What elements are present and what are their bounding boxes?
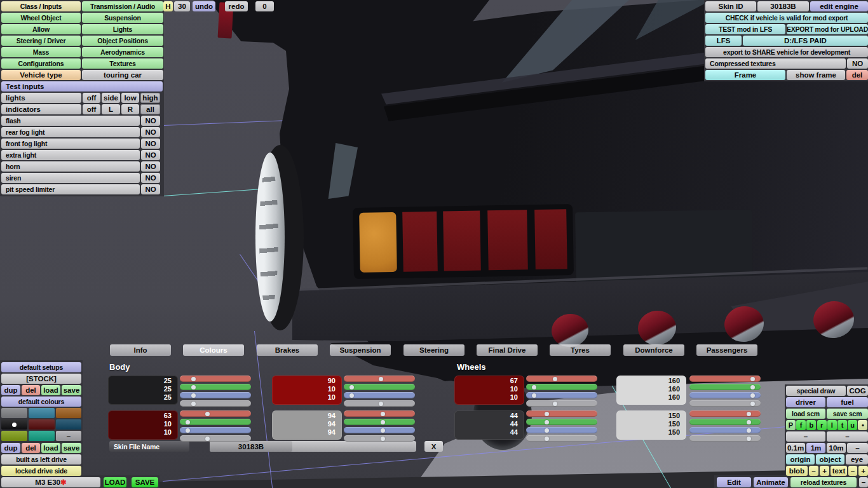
edit-engine-button[interactable]: edit engine (810, 1, 868, 11)
blob-plus-button[interactable]: + (820, 466, 829, 476)
slider-handle[interactable] (553, 377, 557, 381)
view-mode-eye[interactable]: eye (846, 454, 868, 464)
body-colour-0-slider-blue[interactable] (180, 392, 251, 398)
slider-handle[interactable] (747, 428, 751, 433)
body-colour-3-slider-bright[interactable] (344, 435, 415, 442)
grid-scale-1m[interactable]: 1m (806, 443, 825, 453)
setups-dup-button[interactable]: dup (1, 385, 20, 395)
body-colour-1-slider-blue[interactable] (180, 427, 251, 433)
tab-info[interactable]: Info (110, 344, 171, 356)
save-scm-button[interactable]: save scm (827, 409, 868, 419)
layer-P-button[interactable]: P (786, 420, 796, 430)
colours-dup-button[interactable]: dup (1, 443, 20, 453)
redo-button[interactable]: redo (225, 1, 248, 11)
wheels-colour-0-slider-green[interactable] (526, 384, 597, 390)
palette-colour-2-0[interactable] (1, 431, 27, 441)
vehicle-type-label[interactable]: Vehicle type (1, 70, 81, 80)
slider-handle[interactable] (747, 437, 751, 441)
special-draw-button[interactable]: special draw (786, 386, 846, 396)
wheels-colour-1-slider-green[interactable] (526, 419, 597, 425)
wheels-colour-0-slider-bright[interactable] (526, 400, 597, 407)
share-vehicle-button[interactable]: export to SHARE vehicle for development (705, 47, 868, 57)
tab-downforce[interactable]: Downforce (623, 344, 684, 356)
wheels-colour-3-slider-red[interactable] (689, 410, 761, 417)
palette-colour-0-0[interactable] (1, 408, 27, 418)
layer-u-button[interactable]: u (848, 420, 857, 430)
body-colour-1-slider-bright[interactable] (180, 435, 251, 442)
wheels-colour-3-slider-green[interactable] (689, 419, 761, 425)
body-colour-2-slider-red[interactable] (344, 376, 415, 382)
layer-b-button[interactable]: b (806, 420, 816, 430)
default-setups-button[interactable]: default setups (1, 362, 81, 372)
menu-item-mass[interactable]: Mass (1, 47, 81, 57)
fuel-button[interactable]: fuel (827, 397, 868, 407)
vehicle-type-value[interactable]: touring car (82, 70, 163, 80)
extra-light-toggle[interactable]: NO (141, 150, 160, 160)
tools-minus-button-0[interactable]: – (786, 431, 825, 442)
layer-f-button[interactable]: f (796, 420, 806, 430)
slider-handle[interactable] (205, 412, 210, 416)
frame-button[interactable]: Frame (705, 70, 785, 80)
body-colour-3-slider-green[interactable] (344, 419, 415, 425)
wheels-colour-0-slider-blue[interactable] (526, 392, 597, 398)
grid-scale-10m[interactable]: 10m (827, 443, 846, 453)
slider-handle[interactable] (545, 437, 549, 441)
slider-handle[interactable] (191, 402, 196, 406)
layer-dot-button[interactable]: • (858, 420, 867, 430)
wheels-colour-2-slider-green[interactable] (689, 384, 761, 390)
front-fog-light-toggle[interactable]: NO (141, 139, 160, 149)
built-as-left-drive-button[interactable]: built as left drive (1, 454, 81, 464)
test-mod-button[interactable]: TEST mod in LFS (705, 24, 785, 34)
skin-id-label[interactable]: Skin ID (705, 1, 756, 11)
driver-button[interactable]: driver (786, 397, 825, 407)
slider-handle[interactable] (750, 377, 755, 381)
indicators-option-off[interactable]: off (83, 104, 100, 114)
indicators-option-l[interactable]: L (102, 104, 120, 114)
slider-handle[interactable] (553, 402, 557, 406)
grid-scale-–[interactable]: – (847, 443, 868, 453)
blob-minus-button[interactable]: – (809, 466, 818, 476)
rear-fog-light-toggle[interactable]: NO (141, 127, 160, 137)
blob-button[interactable]: blob (786, 466, 808, 476)
tab-final-drive[interactable]: Final Drive (477, 344, 538, 356)
slider-handle[interactable] (186, 428, 190, 433)
palette-colour-1-2[interactable] (56, 419, 81, 430)
show-frame-button[interactable]: show frame (787, 70, 845, 80)
default-colours-button[interactable]: default colours (1, 396, 81, 407)
cog-button[interactable]: COG (847, 386, 868, 396)
tools-minus-button-1[interactable]: – (827, 431, 868, 442)
text-plus-button[interactable]: + (858, 466, 868, 476)
slider-handle[interactable] (381, 412, 385, 416)
setups-save-button[interactable]: save (62, 385, 81, 395)
slider-handle[interactable] (349, 385, 354, 390)
lights-option-high[interactable]: high (140, 93, 160, 103)
slider-handle[interactable] (545, 428, 549, 433)
body-colour-2-slider-green[interactable] (344, 384, 415, 390)
tab-colours[interactable]: Colours (183, 344, 244, 356)
menu-item-aerodynamics[interactable]: Aerodynamics (82, 47, 163, 57)
animate-mode-button[interactable]: Animate (754, 477, 788, 487)
export-mod-button[interactable]: EXPORT mod for UPLOAD (787, 24, 868, 34)
slider-handle[interactable] (747, 420, 751, 424)
wheels-colour-0-slider-red[interactable] (526, 376, 597, 382)
flash-toggle[interactable]: NO (141, 116, 160, 126)
siren-toggle[interactable]: NO (141, 173, 160, 183)
wheels-colour-2-slider-red[interactable] (689, 376, 761, 382)
menu-item-suspension[interactable]: Suspension (82, 13, 163, 23)
setups-del-button[interactable]: del (22, 385, 40, 395)
slider-handle[interactable] (747, 412, 751, 416)
menu-item-class-inputs[interactable]: Class / Inputs (1, 1, 81, 11)
locked-drive-side-button[interactable]: locked drive side (1, 466, 81, 476)
slider-handle[interactable] (750, 402, 755, 406)
layer-l-button[interactable]: l (827, 420, 837, 430)
menu-item-transmission-audio[interactable]: Transmission / Audio (82, 1, 163, 11)
layer-r-button[interactable]: r (817, 420, 827, 430)
vehicle-name-bar[interactable]: M3 E30✱ (1, 477, 100, 487)
wheels-colour-2-slider-blue[interactable] (689, 392, 761, 398)
slider-handle[interactable] (379, 402, 383, 406)
menu-item-wheel-object[interactable]: Wheel Object (1, 13, 81, 23)
h-value[interactable]: 30 (174, 1, 190, 11)
grid-scale-0p1m[interactable]: 0.1m (786, 443, 805, 453)
view-mode-origin[interactable]: origin (786, 454, 815, 464)
slider-handle[interactable] (750, 385, 755, 390)
